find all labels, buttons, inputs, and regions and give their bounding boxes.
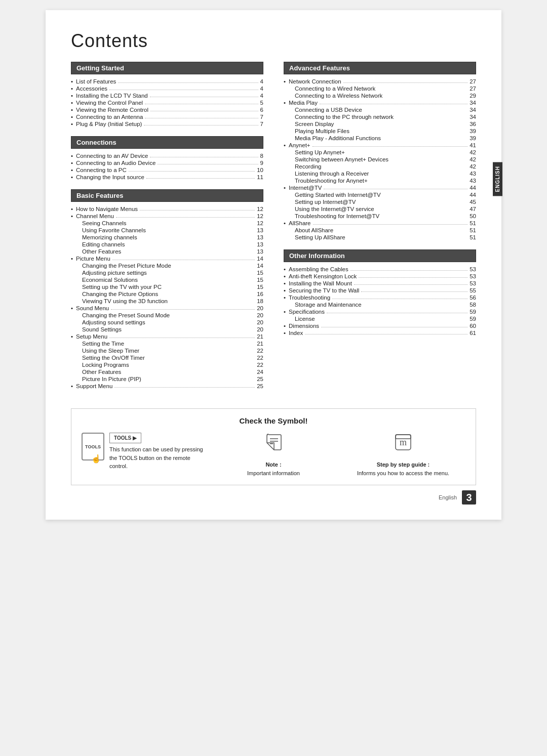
toc-page: 20	[257, 305, 263, 311]
symbol-stepguide: m Step by step guide : Informs you how t…	[341, 433, 465, 477]
toc-label: Changing the Input source	[76, 174, 144, 180]
toc-item: Picture Menu14	[71, 256, 263, 262]
toc-item: Seeing Channels12	[71, 220, 263, 226]
toc-item: Installing the Wall Mount53	[284, 280, 476, 286]
toc-dots	[129, 167, 255, 172]
toc-label: Network Connection	[289, 78, 341, 85]
toc-sub-page: 34	[470, 107, 476, 113]
footer: English 3	[71, 490, 476, 505]
toc-sub-page: 22	[257, 355, 263, 361]
toc-sub-label: Storage and Maintenance	[295, 302, 362, 308]
toc-item: Viewing TV using the 3D function18	[71, 298, 263, 304]
toc-item: Setup Menu21	[71, 333, 263, 340]
toc-item: Troubleshooting for Anynet+43	[284, 178, 476, 184]
section-header: Basic Features	[71, 189, 263, 202]
toc-item: Viewing the Remote Control6	[71, 107, 263, 113]
toc-page: 53	[470, 280, 476, 286]
toc-page: 27	[470, 78, 476, 85]
toc-dots	[327, 309, 467, 313]
toc-item: Setting Up Anynet+42	[284, 149, 476, 155]
toc-label: Support Menu	[76, 383, 112, 389]
toc-sub-page: 25	[257, 376, 263, 382]
toc-dots	[359, 273, 467, 278]
toc-dots	[312, 142, 468, 147]
toc-label: AllShare	[289, 220, 310, 226]
toc-label: Accessories	[76, 86, 107, 92]
footer-page-number: 3	[462, 490, 476, 505]
toc-sub-page: 20	[257, 312, 263, 318]
toc-section: Other InformationAssembling the Cables53…	[284, 249, 476, 336]
toc-item: Switching between Anynet+ Devices42	[284, 156, 476, 162]
note-icon	[264, 433, 283, 455]
toc-item: Media Play34	[284, 100, 476, 106]
toc-page: 11	[257, 174, 263, 180]
toc-sub-label: Seeing Channels	[82, 220, 127, 226]
toc-item: Connecting to an Audio Device9	[71, 160, 263, 166]
toc-sub-page: 42	[470, 156, 476, 162]
toc-item: Connecting to an AV Device8	[71, 153, 263, 159]
toc-page: 21	[257, 333, 263, 340]
toc-item: Setting up Internet@TV45	[284, 199, 476, 205]
toc-sub-page: 15	[257, 277, 263, 283]
left-column: Getting StartedList of Features4Accessor…	[71, 62, 263, 398]
toc-item: Other Features24	[71, 369, 263, 375]
toc-sub-page: 39	[470, 135, 476, 141]
section-header: Other Information	[284, 249, 476, 262]
section-header: Connections	[71, 136, 263, 149]
toc-dots	[354, 280, 467, 285]
toc-label: Troubleshooting	[289, 295, 330, 301]
toc-item: Connecting to an Antenna7	[71, 114, 263, 120]
toc-sub-label: Changing the Preset Sound Mode	[82, 312, 170, 318]
footer-language: English	[439, 494, 457, 500]
toc-sub-page: 50	[470, 213, 476, 219]
toc-sub-label: Media Play - Additional Functions	[295, 135, 381, 141]
toc-label: Assembling the Cables	[289, 266, 348, 272]
toc-list: Assembling the Cables53Anti-theft Kensin…	[284, 266, 476, 336]
toc-item: Viewing the Control Panel5	[71, 100, 263, 106]
toc-item: Changing the Picture Options16	[71, 291, 263, 297]
toc-sub-page: 15	[257, 270, 263, 276]
toc-sub-page: 45	[470, 199, 476, 205]
toc-sub-page: 29	[470, 93, 476, 99]
toc-sub-page: 43	[470, 178, 476, 184]
toc-item: Index61	[284, 330, 476, 336]
toc-item: Internet@TV44	[284, 185, 476, 191]
toc-page: 53	[470, 266, 476, 272]
toc-sub-label: Getting Started with Internet@TV	[295, 192, 381, 198]
toc-dots	[332, 295, 467, 299]
toc-item: Plug & Play (Initial Setup)7	[71, 121, 263, 127]
toc-section: Basic FeaturesHow to Navigate Menus12Cha…	[71, 189, 263, 389]
toc-page: 12	[257, 213, 263, 219]
toc-label: Setup Menu	[76, 333, 107, 340]
toc-sub-page: 22	[257, 348, 263, 354]
toc-dots	[321, 323, 467, 327]
toc-page: 7	[260, 114, 263, 120]
toc-item: Playing Multiple Files39	[284, 128, 476, 134]
toc-item: Adjusting sound settings20	[71, 319, 263, 325]
toc-sub-label: License	[295, 316, 315, 322]
toc-item: Setting the Time21	[71, 341, 263, 347]
toc-page: 44	[470, 185, 476, 191]
toc-label: Dimensions	[289, 323, 319, 329]
toc-sub-page: 36	[470, 121, 476, 127]
section-header: Getting Started	[71, 62, 263, 74]
toc-sub-label: Connecting a USB Device	[295, 107, 362, 113]
toc-dots	[313, 220, 468, 225]
toc-sub-page: 14	[257, 263, 263, 269]
toc-item: Accessories4	[71, 86, 263, 92]
toc-item: How to Navigate Menus12	[71, 206, 263, 212]
toc-section: ConnectionsConnecting to an AV Device8Co…	[71, 136, 263, 180]
toc-label: Picture Menu	[76, 256, 110, 262]
toc-sub-label: Connecting to a Wired Network	[295, 86, 375, 92]
toc-page: 59	[470, 309, 476, 315]
toc-sub-page: 22	[257, 362, 263, 368]
tools-icon: TOOLS	[82, 433, 104, 460]
page-title: Contents	[71, 30, 476, 52]
toc-item: Specifications59	[284, 309, 476, 315]
toc-sub-label: Using Favorite Channels	[82, 227, 146, 233]
toc-sub-label: Listening through a Receiver	[295, 171, 369, 177]
toc-item: Other Features13	[71, 248, 263, 255]
toc-sub-page: 59	[470, 316, 476, 322]
toc-dots	[116, 213, 255, 218]
toc-sub-page: 43	[470, 171, 476, 177]
